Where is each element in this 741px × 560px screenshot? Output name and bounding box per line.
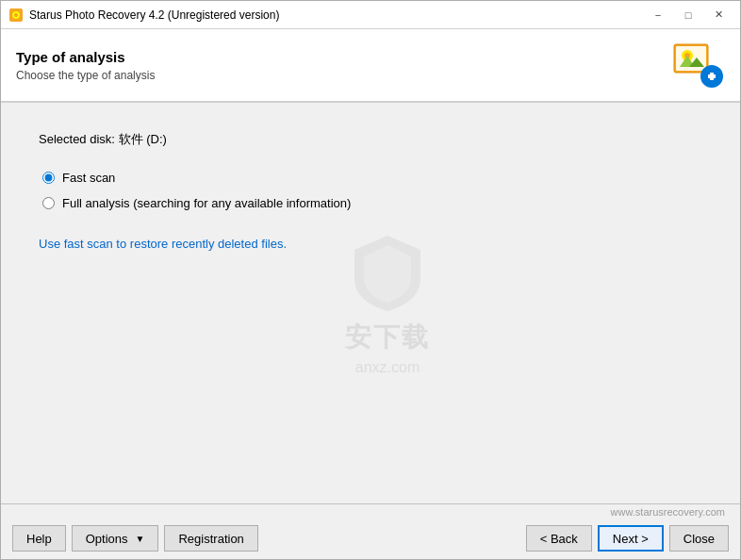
app-icon xyxy=(8,8,24,23)
svg-point-2 xyxy=(14,13,18,17)
watermark-en-text: anxz.com xyxy=(355,359,420,376)
selected-disk-row: Selected disk: 软件 (D:) xyxy=(39,131,702,148)
window-controls: − □ ✕ xyxy=(644,6,733,25)
close-window-button[interactable]: ✕ xyxy=(704,6,733,25)
title-bar: Starus Photo Recovery 4.2 (Unregistered … xyxy=(1,1,740,29)
full-analysis-radio[interactable] xyxy=(42,197,55,209)
main-content: 安下载 anxz.com Selected disk: 软件 (D:) Fast… xyxy=(1,103,740,503)
footer-area: www.starusrecovery.com Help Options ▼ Re… xyxy=(1,503,740,559)
analysis-options-group: Fast scan Full analysis (searching for a… xyxy=(39,171,702,210)
page-subtitle: Choose the type of analysis xyxy=(16,69,155,82)
watermark: 安下载 anxz.com xyxy=(345,231,430,376)
footer-left-buttons: Help Options ▼ Registration xyxy=(12,525,258,552)
footer-right-buttons: < Back Next > Close xyxy=(526,525,729,552)
close-button[interactable]: Close xyxy=(669,525,729,552)
header-text: Type of analysis Choose the type of anal… xyxy=(16,49,155,82)
window-title: Starus Photo Recovery 4.2 (Unregistered … xyxy=(29,8,644,22)
svg-rect-11 xyxy=(710,73,714,80)
registration-button[interactable]: Registration xyxy=(164,525,257,552)
options-dropdown-arrow: ▼ xyxy=(136,534,145,544)
back-button[interactable]: < Back xyxy=(526,525,592,552)
maximize-button[interactable]: □ xyxy=(674,6,702,25)
fast-scan-radio[interactable] xyxy=(42,172,55,184)
options-label: Options xyxy=(86,532,128,546)
minimize-button[interactable]: − xyxy=(644,6,672,25)
header-area: Type of analysis Choose the type of anal… xyxy=(1,29,740,103)
selected-disk-label: Selected disk: xyxy=(39,132,115,146)
full-analysis-label: Full analysis (searching for any availab… xyxy=(62,196,351,210)
header-icon xyxy=(672,39,725,91)
fast-scan-option[interactable]: Fast scan xyxy=(42,171,702,185)
hint-text: Use fast scan to restore recently delete… xyxy=(39,237,702,251)
footer-buttons: Help Options ▼ Registration < Back Next … xyxy=(1,518,740,559)
options-button[interactable]: Options ▼ xyxy=(72,525,159,552)
next-button[interactable]: Next > xyxy=(598,525,664,552)
watermark-cn-text: 安下载 xyxy=(345,320,430,355)
fast-scan-label: Fast scan xyxy=(62,171,115,185)
help-button[interactable]: Help xyxy=(12,525,66,552)
page-title: Type of analysis xyxy=(16,49,155,65)
app-window: Starus Photo Recovery 4.2 (Unregistered … xyxy=(0,0,741,560)
selected-disk-value: 软件 (D:) xyxy=(119,132,167,146)
full-analysis-option[interactable]: Full analysis (searching for any availab… xyxy=(42,196,702,210)
footer-url: www.starusrecovery.com xyxy=(1,504,740,518)
